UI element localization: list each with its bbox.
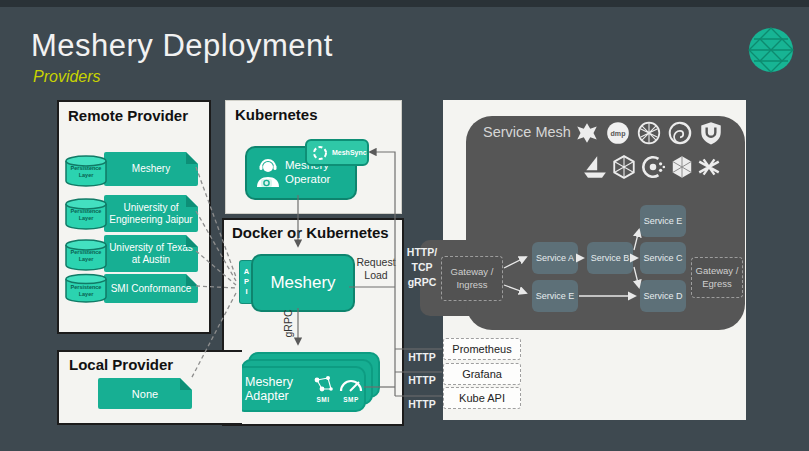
- consul-logo: [640, 154, 666, 180]
- persistence-label: Persistence Layer: [63, 249, 109, 263]
- meshsync-sync-icon: [312, 145, 328, 161]
- service-a-box: Service A: [532, 242, 578, 274]
- http-label-kube-api: HTTP: [400, 398, 444, 410]
- docker-kubernetes-title: Docker or Kubernetes: [232, 224, 389, 241]
- remote-provider-item-label: University of Texas at Austin: [104, 242, 198, 266]
- service-b-box: Service B: [587, 242, 633, 274]
- svg-text:dmp: dmp: [611, 130, 626, 138]
- service-e-bottom-box: Service E: [532, 280, 578, 312]
- service-mesh-title: Service Mesh: [483, 124, 571, 140]
- remote-provider-item-meshery: Meshery: [104, 152, 198, 186]
- http-label-prometheus: HTTP: [400, 351, 444, 363]
- remote-provider-item-label: SMI Conformance: [108, 283, 195, 295]
- local-provider-panel: Local Provider None: [57, 350, 242, 425]
- gateway-egress-box: Gateway / Egress: [691, 257, 743, 298]
- service-label: Service E: [536, 291, 575, 301]
- gateway-ingress-box: Gateway / Ingress: [441, 256, 503, 301]
- gateway-ingress-label: Gateway / Ingress: [446, 266, 498, 291]
- kubernetes-panel: Kubernetes Meshery Operator MeshSync: [225, 100, 402, 214]
- service-d-box: Service D: [640, 280, 686, 312]
- kubernetes-title: Kubernetes: [235, 106, 318, 123]
- wolf-mesh-logo: [574, 120, 600, 146]
- service-label: Service C: [643, 253, 682, 263]
- slide-title: Meshery Deployment: [31, 28, 333, 64]
- shield-mesh-logo: [698, 120, 724, 146]
- cube-mesh-logo: [611, 154, 637, 180]
- smp-gauge-icon: SMP: [338, 375, 364, 403]
- slide-subtitle: Providers: [33, 68, 101, 86]
- smp-label: SMP: [343, 396, 359, 403]
- remote-provider-item-label: Meshery: [129, 163, 173, 175]
- mesh-sphere-logo: [636, 120, 662, 146]
- remote-provider-item-smi: SMI Conformance: [104, 274, 198, 303]
- remote-provider-item-jaipur: University of Engineering Jaipur: [104, 195, 198, 232]
- prometheus-box: Prometheus: [443, 338, 521, 360]
- service-mesh-panel: Service Mesh dmp Service A Service B Ser…: [443, 100, 746, 420]
- persistence-cylinder-icon: Persistence Layer: [63, 238, 109, 272]
- persistence-cylinder-icon: Persistence Layer: [63, 197, 109, 231]
- remote-provider-panel: Remote Provider Meshery University of En…: [57, 100, 211, 334]
- local-provider-none-box: None: [98, 378, 192, 409]
- slide-canvas: Meshery Deployment Providers Remote Prov…: [0, 0, 809, 451]
- remote-provider-item-label: University of Engineering Jaipur: [104, 202, 198, 226]
- meshsync-box: MeshSync: [305, 139, 369, 166]
- meshsync-label: MeshSync: [332, 149, 367, 156]
- service-label: Service B: [591, 253, 630, 263]
- integration-label: Prometheus: [452, 343, 511, 355]
- swirl-shell-logo: [667, 120, 693, 146]
- request-load-label: Request Load: [352, 256, 400, 282]
- meshery-server-label: Meshery: [270, 273, 335, 293]
- service-c-box: Service C: [640, 242, 686, 274]
- grpc-label: gRPC: [282, 302, 295, 346]
- operator-person-icon: [251, 155, 285, 191]
- remote-provider-item-texas: University of Texas at Austin: [104, 235, 198, 272]
- protocol-grpc-line: gRPC: [400, 276, 444, 288]
- persistence-label: Persistence Layer: [63, 284, 109, 298]
- meshery-logo: [748, 27, 794, 73]
- grafana-box: Grafana: [443, 363, 521, 385]
- service-label: Service E: [644, 216, 683, 226]
- istio-sailboat-logo: [582, 154, 608, 180]
- persistence-label: Persistence Layer: [63, 208, 109, 222]
- dapr-circle-logo: dmp: [605, 120, 631, 146]
- protocol-tcp-line: TCP: [400, 261, 444, 273]
- api-label: API: [242, 267, 251, 297]
- integration-label: Kube API: [459, 392, 505, 404]
- persistence-label: Persistence Layer: [63, 165, 109, 179]
- smi-label: SMI: [316, 396, 329, 403]
- top-bar: [0, 0, 809, 7]
- local-provider-none-label: None: [132, 388, 158, 400]
- protocol-http-line: HTTP/: [400, 246, 444, 258]
- local-provider-title: Local Provider: [69, 356, 173, 373]
- smi-icon: SMI: [312, 375, 334, 403]
- hex-mesh-logo: [669, 154, 695, 180]
- service-label: Service A: [536, 253, 574, 263]
- persistence-cylinder-icon: Persistence Layer: [63, 154, 109, 188]
- meshery-adapter-box: Meshery Adapter SMI SMP: [234, 366, 366, 412]
- remote-provider-title: Remote Provider: [68, 107, 188, 124]
- knot-mesh-logo: [696, 154, 722, 180]
- meshery-server-box: Meshery: [251, 254, 355, 312]
- docker-kubernetes-panel: Docker or Kubernetes API Meshery Request…: [222, 218, 404, 426]
- http-label-grafana: HTTP: [400, 374, 444, 386]
- service-e-top-box: Service E: [640, 205, 686, 237]
- integration-label: Grafana: [462, 368, 502, 380]
- gateway-egress-label: Gateway / Egress: [694, 265, 740, 290]
- service-label: Service D: [643, 291, 682, 301]
- persistence-cylinder-icon: Persistence Layer: [63, 273, 109, 304]
- kube-api-box: Kube API: [443, 387, 521, 409]
- meshery-adapter-label: Meshery Adapter: [245, 375, 308, 404]
